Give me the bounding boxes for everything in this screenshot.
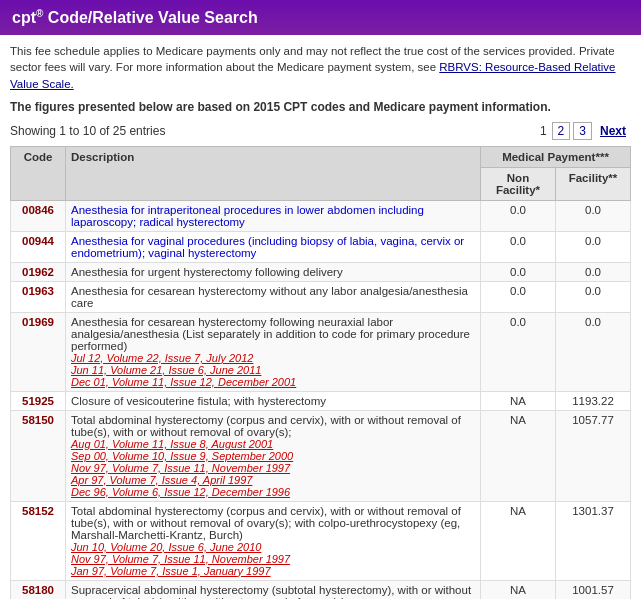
header-title: Code/Relative Value Search — [48, 9, 258, 26]
col-header-facility: Facility** — [556, 167, 631, 200]
code-link[interactable]: 01963 — [22, 285, 54, 297]
issue-link[interactable]: Nov 97, Volume 7, Issue 11, November 199… — [71, 553, 475, 565]
code-cell: 58150 — [11, 410, 66, 501]
code-cell: 00944 — [11, 231, 66, 262]
code-link[interactable]: 01962 — [22, 266, 54, 278]
page-2-link-top[interactable]: 2 — [552, 122, 571, 140]
nonfac-cell: NA — [481, 580, 556, 599]
code-cell: 01969 — [11, 312, 66, 391]
results-table: Code Description Medical Payment*** Non … — [10, 146, 631, 599]
showing-top: Showing 1 to 10 of 25 entries — [10, 124, 165, 138]
fac-cell: 1193.22 — [556, 391, 631, 410]
code-cell: 51925 — [11, 391, 66, 410]
fac-cell: 1301.37 — [556, 501, 631, 580]
pagination-top: 1 2 3 Next — [540, 122, 631, 140]
fac-cell: 0.0 — [556, 262, 631, 281]
desc-cell: Anesthesia for urgent hysterectomy follo… — [66, 262, 481, 281]
code-cell: 58152 — [11, 501, 66, 580]
table-row: 00944Anesthesia for vaginal procedures (… — [11, 231, 631, 262]
issue-link[interactable]: Jun 11, Volume 21, Issue 6, June 2011 — [71, 364, 475, 376]
current-page: 1 — [540, 124, 547, 138]
nonfac-cell: 0.0 — [481, 281, 556, 312]
code-cell: 01962 — [11, 262, 66, 281]
table-row: 01963Anesthesia for cesarean hysterectom… — [11, 281, 631, 312]
fac-cell: 0.0 — [556, 281, 631, 312]
code-cell: 01963 — [11, 281, 66, 312]
desc-cell: Total abdominal hysterectomy (corpus and… — [66, 410, 481, 501]
page-3-link-top[interactable]: 3 — [573, 122, 592, 140]
table-row: 51925Closure of vesicouterine fistula; w… — [11, 391, 631, 410]
nonfac-cell: NA — [481, 501, 556, 580]
desc-cell: Closure of vesicouterine fistula; with h… — [66, 391, 481, 410]
nonfac-cell: 0.0 — [481, 312, 556, 391]
disclaimer: This fee schedule applies to Medicare pa… — [10, 43, 631, 91]
desc-cell: Anesthesia for vaginal procedures (inclu… — [66, 231, 481, 262]
issue-link[interactable]: Sep 00, Volume 10, Issue 9, September 20… — [71, 450, 475, 462]
desc-cell: Anesthesia for intraperitoneal procedure… — [66, 200, 481, 231]
table-row: 01969Anesthesia for cesarean hysterectom… — [11, 312, 631, 391]
code-link[interactable]: 00846 — [22, 204, 54, 216]
next-link-top[interactable]: Next — [595, 123, 631, 139]
code-link[interactable]: 01969 — [22, 316, 54, 328]
nonfac-cell: 0.0 — [481, 231, 556, 262]
col-header-nonfacility: Non Facility* — [481, 167, 556, 200]
issue-link[interactable]: Nov 97, Volume 7, Issue 11, November 199… — [71, 462, 475, 474]
table-row: 58150Total abdominal hysterectomy (corpu… — [11, 410, 631, 501]
header-trademark: cpt® — [12, 9, 43, 26]
issue-link[interactable]: Aug 01, Volume 11, Issue 8, August 2001 — [71, 438, 475, 450]
col-header-medical-payment: Medical Payment*** — [481, 146, 631, 167]
code-cell: 00846 — [11, 200, 66, 231]
nonfac-cell: 0.0 — [481, 262, 556, 281]
code-link[interactable]: 58152 — [22, 505, 54, 517]
table-row: 58180Supracervical abdominal hysterectom… — [11, 580, 631, 599]
col-header-description: Description — [66, 146, 481, 200]
issue-link[interactable]: Jul 12, Volume 22, Issue 7, July 2012 — [71, 352, 475, 364]
issue-link[interactable]: Apr 97, Volume 7, Issue 4, April 1997 — [71, 474, 475, 486]
header: cpt® Code/Relative Value Search — [0, 0, 641, 35]
code-link[interactable]: 58150 — [22, 414, 54, 426]
desc-cell: Anesthesia for cesarean hysterectomy wit… — [66, 281, 481, 312]
year-notice: The figures presented below are based on… — [10, 100, 631, 114]
fac-cell: 0.0 — [556, 231, 631, 262]
code-link[interactable]: 51925 — [22, 395, 54, 407]
code-link[interactable]: 58180 — [22, 584, 54, 596]
desc-cell: Total abdominal hysterectomy (corpus and… — [66, 501, 481, 580]
issue-link[interactable]: Dec 96, Volume 6, Issue 12, December 199… — [71, 486, 475, 498]
table-row: 00846Anesthesia for intraperitoneal proc… — [11, 200, 631, 231]
table-row: 01962Anesthesia for urgent hysterectomy … — [11, 262, 631, 281]
desc-cell: Anesthesia for cesarean hysterectomy fol… — [66, 312, 481, 391]
top-pagination-row: Showing 1 to 10 of 25 entries 1 2 3 Next — [10, 122, 631, 140]
nonfac-cell: NA — [481, 410, 556, 501]
fac-cell: 1057.77 — [556, 410, 631, 501]
issue-link[interactable]: Jun 10, Volume 20, Issue 6, June 2010 — [71, 541, 475, 553]
fac-cell: 0.0 — [556, 200, 631, 231]
nonfac-cell: 0.0 — [481, 200, 556, 231]
code-link[interactable]: 00944 — [22, 235, 54, 247]
issue-link[interactable]: Jan 97, Volume 7, Issue 1, January 1997 — [71, 565, 475, 577]
issue-link[interactable]: Dec 01, Volume 11, Issue 12, December 20… — [71, 376, 475, 388]
fac-cell: 1001.57 — [556, 580, 631, 599]
fac-cell: 0.0 — [556, 312, 631, 391]
code-cell: 58180 — [11, 580, 66, 599]
desc-cell: Supracervical abdominal hysterectomy (su… — [66, 580, 481, 599]
table-row: 58152Total abdominal hysterectomy (corpu… — [11, 501, 631, 580]
col-header-code: Code — [11, 146, 66, 200]
nonfac-cell: NA — [481, 391, 556, 410]
